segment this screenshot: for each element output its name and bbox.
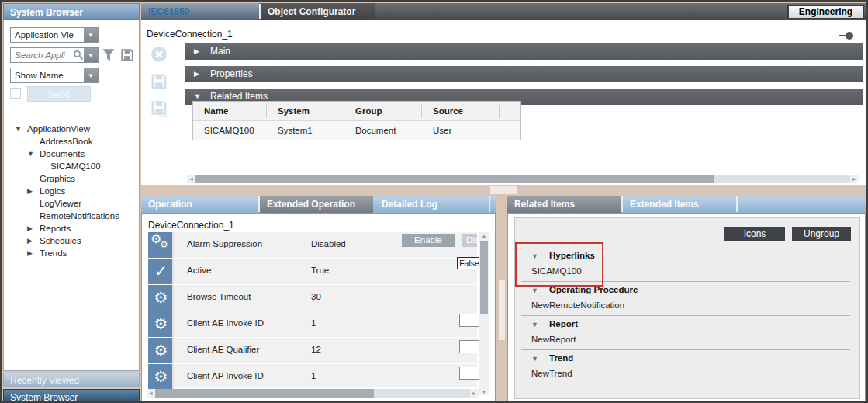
operation-tab-bar: Operation Extended Operation Detailed Lo… — [141, 196, 496, 213]
view-dropdown-value: Application Vie — [11, 30, 84, 40]
collapsed-icon[interactable]: ▶ — [194, 66, 199, 82]
property-row[interactable]: ⚙ Client AE Invoke ID 1 — [148, 311, 477, 337]
related-groups: ▼ Hyperlinks SICAMQ100 ▼ Operating Proce… — [515, 248, 859, 384]
group-hyperlinks: ▼ Hyperlinks SICAMQ100 — [521, 248, 850, 282]
false-button[interactable]: False — [457, 257, 482, 269]
expander-icon[interactable]: ▶ — [27, 249, 33, 257]
tree-item-addressbook[interactable]: AddressBook — [4, 136, 136, 148]
expander-icon[interactable]: ▼ — [15, 125, 22, 133]
send-checkbox[interactable] — [10, 88, 21, 99]
vertical-scrollbar[interactable]: ▲ ▼ — [479, 232, 489, 395]
system-browser-header: System Browser — [3, 3, 140, 20]
tree-item-applicationview[interactable]: ▼ ApplicationView — [4, 123, 136, 136]
chevron-down-icon[interactable]: ▼ — [84, 48, 98, 62]
list-item[interactable]: NewReport — [521, 335, 850, 346]
application-window: System Browser Application Vie ▼ ▼ — [0, 0, 868, 403]
property-row[interactable]: ⚙ Client AP Invoke ID 1 — [148, 364, 477, 387]
tab-object-configurator[interactable]: Object Configurator — [261, 3, 375, 20]
tree-item-reports[interactable]: ▶ Reports — [4, 223, 136, 235]
enable-button[interactable]: Enable — [402, 234, 455, 247]
chevron-down-icon[interactable]: ▼ — [84, 68, 98, 82]
expanded-icon[interactable]: ▼ — [531, 321, 538, 328]
tree-item-remotenotifications[interactable]: RemoteNotifications — [4, 210, 136, 223]
column-header[interactable]: Group — [344, 105, 422, 118]
filter-icon[interactable] — [102, 48, 116, 62]
vertical-splitter[interactable] — [496, 196, 507, 403]
disable-button[interactable]: Disable — [462, 234, 477, 247]
property-row[interactable]: ⚙ Client AE Qualifier 12 — [148, 338, 477, 363]
tab-extended-items[interactable]: Extended Items — [623, 196, 736, 213]
system-browser-panel: System Browser Application Vie ▼ ▼ — [3, 3, 140, 403]
tab-detailed-log[interactable]: Detailed Log — [375, 196, 489, 213]
expanded-icon[interactable]: ▼ — [531, 355, 538, 363]
show-name-dropdown[interactable]: Show Name ▼ — [10, 68, 99, 83]
gear-icon: ⚙ — [148, 311, 174, 337]
scroll-left-icon[interactable]: ◄ — [187, 176, 195, 182]
icons-button[interactable]: Icons — [724, 227, 785, 241]
property-row[interactable]: ⚙ Browse Timeout 30 — [148, 285, 477, 311]
system-browser-footer-bar[interactable]: System Browser — [3, 389, 140, 403]
engineering-button[interactable]: Engineering — [787, 5, 864, 19]
collapsed-icon[interactable]: ▶ — [194, 43, 199, 60]
scroll-right-icon[interactable]: ► — [850, 176, 859, 182]
recently-viewed-bar[interactable]: Recently Viewed — [3, 373, 140, 387]
save-as-icon[interactable] — [150, 101, 168, 118]
column-header[interactable]: Source — [422, 105, 500, 118]
search-input[interactable] — [11, 50, 73, 61]
pin-icon[interactable] — [846, 32, 853, 40]
list-item[interactable]: SICAMQ100 — [521, 266, 850, 278]
property-row[interactable]: ⚙⚙ Alarm Suppression Disabled Enable Dis… — [148, 232, 477, 258]
tree-item-logviewer[interactable]: LogViewer — [4, 198, 136, 210]
save-filter-icon[interactable] — [120, 48, 134, 62]
column-header[interactable]: Name — [193, 105, 267, 118]
tab-related-items[interactable]: Related Items — [507, 196, 621, 213]
tree-item-sicamq100[interactable]: SICAMQ100 — [4, 161, 136, 173]
scrollbar-thumb[interactable] — [195, 175, 714, 183]
horizontal-scrollbar[interactable]: ◄ ► — [187, 175, 859, 183]
horizontal-splitter[interactable] — [141, 185, 868, 196]
expander-icon[interactable]: ▶ — [27, 187, 33, 195]
expander-icon[interactable]: ▶ — [27, 237, 33, 245]
tab-extended-operation[interactable]: Extended Operation — [260, 196, 373, 213]
related-items-panel: Related Items Extended Items Icons Ungro… — [507, 196, 866, 403]
toolbar-separator — [182, 43, 182, 146]
search-combo[interactable]: ▼ — [10, 47, 99, 63]
section-properties[interactable]: ▶ Properties — [185, 66, 863, 82]
scroll-down-icon[interactable]: ▼ — [479, 389, 489, 394]
scroll-left-icon[interactable]: ◄ — [147, 391, 155, 396]
scrollbar-thumb[interactable] — [155, 389, 374, 398]
splitter-handle[interactable] — [499, 280, 505, 340]
view-dropdown[interactable]: Application Vie ▼ — [10, 27, 99, 43]
ungroup-button[interactable]: Ungroup — [792, 227, 851, 241]
list-item[interactable]: NewTrend — [521, 369, 850, 380]
horizontal-scrollbar[interactable]: ◄ ► — [147, 389, 479, 398]
save-icon[interactable] — [150, 73, 168, 90]
tree-item-graphics[interactable]: Graphics — [4, 173, 136, 186]
tree-item-documents[interactable]: ▼ Documents — [4, 148, 136, 161]
chevron-down-icon[interactable]: ▼ — [84, 28, 98, 42]
tree-item-schedules[interactable]: ▶ Schedules — [4, 235, 136, 248]
scrollbar-track[interactable] — [374, 389, 470, 398]
tab-separator — [736, 196, 738, 212]
search-icon — [73, 50, 84, 61]
section-main[interactable]: ▶ Main — [185, 43, 863, 60]
tab-operation[interactable]: Operation — [141, 196, 258, 213]
tree-item-trends[interactable]: ▶ Trends — [4, 248, 136, 260]
expanded-icon[interactable]: ▼ — [531, 252, 538, 260]
expander-icon[interactable]: ▶ — [27, 224, 33, 232]
splitter-handle[interactable] — [490, 186, 517, 194]
property-row[interactable]: ✓ Active True False — [148, 259, 477, 284]
list-item[interactable]: NewRemoteNotification — [521, 301, 850, 312]
expander-icon[interactable]: ▼ — [27, 150, 34, 158]
expanded-icon[interactable]: ▼ — [531, 287, 538, 294]
scroll-right-icon[interactable]: ► — [470, 391, 479, 396]
send-button[interactable]: Send — [27, 86, 91, 102]
scroll-up-icon[interactable]: ▲ — [479, 233, 489, 238]
tree-item-logics[interactable]: ▶ Logics — [4, 186, 136, 198]
close-icon[interactable] — [150, 46, 168, 63]
column-header[interactable]: System — [267, 105, 344, 118]
table-row[interactable]: SICAMQ100 System1 Document User — [193, 121, 520, 140]
scrollbar-thumb[interactable] — [480, 241, 488, 314]
scrollbar-track[interactable] — [714, 175, 850, 183]
tab-iec61850[interactable]: IEC61850 — [141, 3, 259, 20]
